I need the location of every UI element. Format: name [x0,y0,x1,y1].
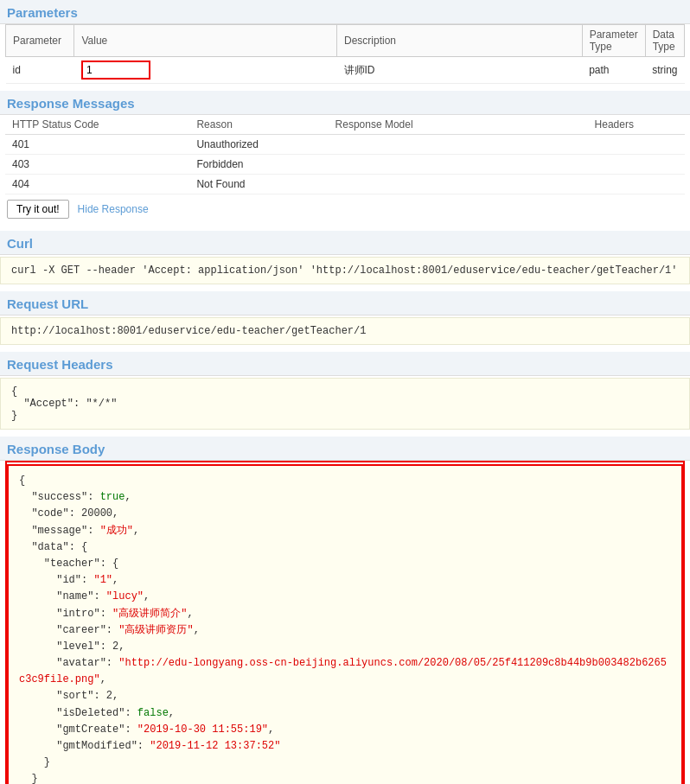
request-url-title: Request URL [0,291,690,316]
try-it-out-button[interactable]: Try it out! [7,200,69,219]
status-code-403: 403 [5,155,189,175]
parameters-title: Parameters [0,0,690,24]
reason-401: Unauthorized [189,135,328,155]
param-col-datatype: Data Type [645,25,684,57]
table-row: 403 Forbidden [5,155,685,175]
param-description: 讲师ID [337,57,583,84]
resp-col-status: HTTP Status Code [5,115,189,135]
resp-col-reason: Reason [189,115,328,135]
table-row: 404 Not Found [5,175,685,194]
param-col-value: Value [74,25,337,57]
response-body-title: Response Body [0,437,690,461]
param-type: path [582,57,645,84]
status-code-404: 404 [5,175,189,194]
model-403 [329,155,588,175]
model-401 [329,135,588,155]
table-row: 401 Unauthorized [5,135,685,155]
resp-col-headers: Headers [588,115,685,135]
request-url-value: http://localhost:8001/eduservice/edu-tea… [0,317,690,345]
param-col-description: Description [337,25,583,57]
request-headers-value: { "Accept": "*/*" } [0,378,690,430]
resp-col-model: Response Model [329,115,588,135]
reason-404: Not Found [189,175,328,194]
param-col-parameter: Parameter [6,25,74,57]
param-id-input[interactable] [81,61,150,80]
model-404 [329,175,588,194]
param-id-value-cell[interactable] [74,57,337,84]
param-col-type: Parameter Type [582,25,645,57]
hide-response-link[interactable]: Hide Response [78,203,149,215]
param-id-label: id [6,57,74,84]
headers-401 [588,135,685,155]
curl-title: Curl [0,231,690,255]
status-code-401: 401 [5,135,189,155]
curl-value: curl -X GET --header 'Accept: applicatio… [0,257,690,284]
param-datatype: string [645,57,684,84]
headers-403 [588,155,685,175]
response-messages-title: Response Messages [0,91,690,115]
headers-404 [588,175,685,194]
response-body-value: { "success": true, "code": 20000, "messa… [7,464,683,784]
request-headers-title: Request Headers [0,352,690,376]
reason-403: Forbidden [189,155,328,175]
